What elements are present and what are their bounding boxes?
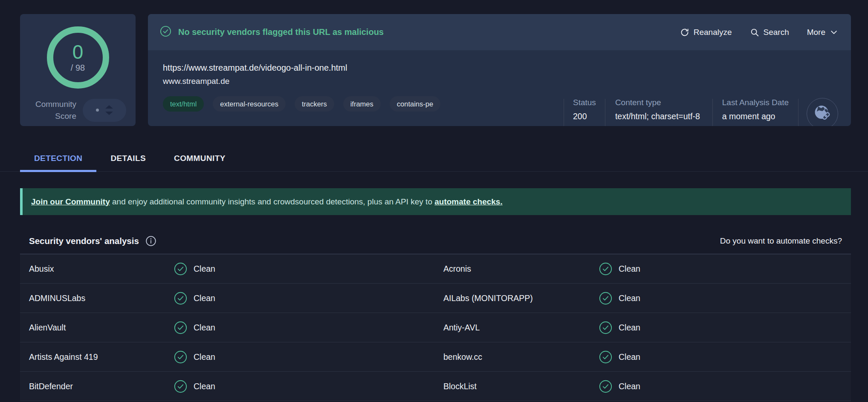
vendor-result: Clean	[171, 321, 443, 334]
meta-last-analysis: Last Analysis Date a moment ago	[722, 98, 789, 126]
result-label: Clean	[194, 293, 215, 303]
vendor-result: Clean	[596, 380, 851, 393]
meta-status: Status 200	[573, 98, 596, 126]
verdict-message: No security vendors flagged this URL as …	[160, 26, 384, 39]
join-community-banner: Join our Community and enjoy additional …	[20, 188, 851, 215]
header-actions: Reanalyze Search More	[680, 28, 838, 37]
tag-contains-pe[interactable]: contains-pe	[390, 96, 440, 112]
vendor-name: AILabs (MONITORAPP)	[443, 293, 596, 303]
tag-trackers[interactable]: trackers	[295, 96, 334, 112]
result-label: Clean	[194, 382, 215, 391]
vendor-result: Clean	[596, 350, 851, 364]
result-label: Clean	[619, 293, 640, 303]
vendor-name: ADMINUSLabs	[29, 293, 171, 303]
search-button[interactable]: Search	[750, 28, 789, 37]
meta-last-analysis-label: Last Analysis Date	[722, 98, 789, 107]
virustotal-url-report-page: 0 / 98 Community Score	[0, 0, 868, 402]
table-row: Artists Against 419 Clean benkow.cc Clea…	[20, 342, 851, 372]
verdict-bar: No security vendors flagged this URL as …	[148, 14, 851, 50]
clean-check-icon	[596, 292, 612, 305]
chevron-down-icon	[830, 28, 838, 37]
clean-check-icon	[171, 262, 187, 276]
vote-up-icon[interactable]	[105, 105, 113, 109]
more-label: More	[807, 28, 825, 37]
vote-arrows	[105, 105, 113, 115]
vendor-result: Clean	[596, 292, 851, 305]
info-icon[interactable]	[145, 235, 156, 247]
clean-check-icon	[596, 321, 612, 334]
reanalyze-button[interactable]: Reanalyze	[680, 28, 732, 37]
vendor-name: Artists Against 419	[29, 352, 171, 362]
community-score-card: 0 / 98 Community Score	[20, 14, 136, 126]
clean-check-icon	[596, 380, 612, 393]
verdict-text: No security vendors flagged this URL as …	[178, 27, 384, 37]
result-label: Clean	[194, 352, 215, 362]
divider	[564, 99, 564, 126]
vendor-result: Clean	[171, 380, 443, 393]
result-label: Clean	[619, 323, 640, 333]
more-button[interactable]: More	[807, 28, 838, 37]
vendor-name: BitDefender	[29, 382, 171, 391]
banner-text: and enjoy additional community insights …	[110, 197, 435, 206]
divider	[712, 99, 713, 126]
meta-last-analysis-value: a moment ago	[722, 112, 789, 121]
analyzed-url[interactable]: https://www.streampat.de/videogo-all-in-…	[163, 63, 851, 73]
community-score-label: Community Score	[30, 98, 76, 122]
join-community-link[interactable]: Join our Community	[31, 197, 110, 206]
vendor-result: Clean	[171, 350, 443, 364]
score-ring: 0 / 98	[47, 26, 109, 89]
vendor-name: AlienVault	[29, 323, 171, 333]
table-row: AlienVault Clean Antiy-AVL Clean	[20, 313, 851, 342]
automate-checks-link[interactable]: automate checks.	[434, 197, 502, 206]
url-info-section: https://www.streampat.de/videogo-all-in-…	[148, 50, 851, 126]
url-domain[interactable]: www.streampat.de	[163, 77, 851, 86]
tag-content-type[interactable]: text/html	[163, 96, 204, 112]
table-row: ADMINUSLabs Clean AILabs (MONITORAPP) Cl…	[20, 284, 851, 313]
analysis-title: Security vendors' analysis	[29, 236, 139, 246]
vote-down-icon[interactable]	[105, 112, 113, 115]
score-footer: Community Score	[20, 98, 136, 122]
divider	[605, 99, 605, 126]
analysis-header: Security vendors' analysis Do you want t…	[20, 229, 851, 253]
top-section: 0 / 98 Community Score	[20, 14, 851, 126]
clean-check-icon	[171, 380, 187, 393]
report-header-card: No security vendors flagged this URL as …	[148, 14, 851, 126]
url-meta-panel: Status 200 Content type text/html; chars…	[564, 98, 838, 126]
result-label: Clean	[194, 264, 215, 274]
result-label: Clean	[619, 382, 640, 391]
tab-detection[interactable]: DETECTION	[20, 145, 96, 171]
result-label: Clean	[194, 323, 215, 333]
clean-check-icon	[171, 321, 187, 334]
search-label: Search	[764, 28, 789, 37]
report-tabs: DETECTION DETAILS COMMUNITY	[0, 145, 868, 172]
url-type-badge	[807, 98, 838, 126]
community-vote-stepper[interactable]	[83, 99, 126, 122]
meta-status-label: Status	[573, 98, 596, 107]
vendors-table: Abusix Clean Acronis Clean ADMINUSLabs C…	[20, 254, 851, 401]
vendor-result: Clean	[171, 292, 443, 305]
vendor-name: benkow.cc	[443, 352, 596, 362]
table-row: BitDefender Clean BlockList Clean	[20, 372, 851, 401]
tab-details[interactable]: DETAILS	[96, 145, 160, 171]
clean-check-icon	[596, 262, 612, 276]
vendor-name: Antiy-AVL	[443, 323, 596, 333]
result-label: Clean	[619, 352, 640, 362]
meta-content-type: Content type text/html; charset=utf-8	[615, 98, 700, 126]
divider	[798, 99, 799, 126]
clean-check-icon	[171, 350, 187, 364]
meta-content-type-label: Content type	[615, 98, 700, 107]
automate-prompt-link[interactable]: Do you want to automate checks?	[720, 236, 842, 246]
vendor-result: Clean	[596, 262, 851, 276]
tab-community[interactable]: COMMUNITY	[160, 145, 240, 171]
clean-check-icon	[596, 350, 612, 364]
score-value: 0	[72, 42, 84, 62]
result-label: Clean	[619, 264, 640, 274]
check-circle-icon	[160, 26, 171, 39]
tag-iframes[interactable]: iframes	[343, 96, 381, 112]
table-row: Abusix Clean Acronis Clean	[20, 254, 851, 284]
reanalyze-icon	[680, 28, 689, 37]
tag-external-resources[interactable]: external-resources	[213, 96, 286, 112]
meta-status-value: 200	[573, 112, 596, 121]
vendor-result: Clean	[596, 321, 851, 334]
meta-content-type-value: text/html; charset=utf-8	[615, 112, 700, 121]
